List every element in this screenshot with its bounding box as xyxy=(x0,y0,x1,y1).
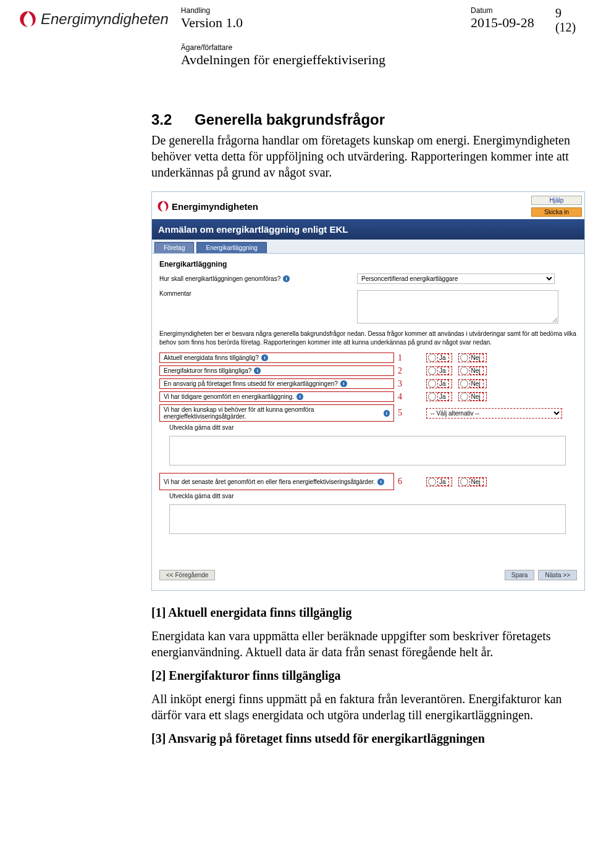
q1-num: 1 xyxy=(398,353,408,363)
q6-no[interactable]: Nej xyxy=(458,477,487,486)
q0-label: Hur skall energikartläggningen genomföra… xyxy=(159,275,280,282)
tab-energikartlaggning[interactable]: Energikartläggning xyxy=(196,242,266,253)
q3-no[interactable]: Nej xyxy=(458,379,487,388)
section-heading: Generella bakgrundsfrågor xyxy=(195,111,385,128)
comment-textarea[interactable] xyxy=(357,290,558,323)
q3-yes[interactable]: Ja xyxy=(426,379,452,388)
ss-tabs: Företag Energikartläggning xyxy=(152,240,584,254)
submit-button[interactable]: Skicka in xyxy=(531,207,582,217)
q3-num: 3 xyxy=(398,379,408,389)
e3-heading: [3] Ansvarig på företaget finns utsedd f… xyxy=(151,730,574,746)
q5-box: Vi har den kunskap vi behöver för att ku… xyxy=(159,404,394,422)
brand-name: Energimyndigheten xyxy=(41,10,169,28)
q0-select[interactable]: Personcertifierad energikartläggare xyxy=(357,273,555,284)
q5-label: Vi har den kunskap vi behöver för att ku… xyxy=(164,406,381,420)
info-icon[interactable]: i xyxy=(377,478,384,485)
owner-value: Avdelningen för energieffektivisering xyxy=(181,52,584,68)
q3-label: En ansvarig på företaget finns utsedd fö… xyxy=(164,380,338,387)
q1-yes[interactable]: Ja xyxy=(426,353,452,362)
ss-logo-icon xyxy=(157,200,169,212)
q5-select[interactable]: -- Välj alternativ -- xyxy=(426,408,562,419)
q2-num: 2 xyxy=(398,366,408,376)
info-text: Energimyndigheten ber er besvara några g… xyxy=(159,330,577,346)
q4-yes[interactable]: Ja xyxy=(426,392,452,401)
e2-text: All inköpt energi finns uppmätt på en fa… xyxy=(151,691,574,723)
ss-brand-text: Energimyndigheten xyxy=(172,201,258,212)
energimyndigheten-logo-icon xyxy=(19,10,37,28)
version-value: Version 1.0 xyxy=(181,15,471,31)
e1-text: Energidata kan vara uppmätta eller beräk… xyxy=(151,628,574,660)
date-value: 2015-09-28 xyxy=(471,15,555,31)
ss-section-heading: Energikartläggning xyxy=(159,260,577,269)
prev-button[interactable]: << Föregående xyxy=(159,570,215,580)
q2-yes[interactable]: Ja xyxy=(426,366,452,375)
e1-heading: [1] Aktuell energidata finns tillgänglig xyxy=(151,604,574,620)
q6-box: Vi har det senaste året genomfört en ell… xyxy=(159,473,394,490)
handling-label: Handling xyxy=(181,6,471,15)
q4-label: Vi har tidigare genomfört en energikartl… xyxy=(164,393,294,400)
datum-label: Datum xyxy=(471,6,555,15)
brand-logo: Energimyndigheten xyxy=(19,10,169,28)
q2-no[interactable]: Nej xyxy=(458,366,487,375)
form-screenshot: Energimyndigheten Hjälp Skicka in Anmäla… xyxy=(151,191,585,591)
q6-textarea[interactable] xyxy=(169,504,566,534)
owner-label: Ägare/författare xyxy=(181,43,584,52)
section-intro: De generella frågorna handlar om företag… xyxy=(151,132,574,180)
info-icon[interactable]: i xyxy=(296,393,303,400)
next-button[interactable]: Nästa >> xyxy=(538,570,577,580)
q3-box: En ansvarig på företaget finns utsedd fö… xyxy=(159,378,394,389)
q6-yes[interactable]: Ja xyxy=(426,477,452,486)
ss-title: Anmälan om energikartläggning enligt EKL xyxy=(152,219,584,240)
q6-label: Vi har det senaste året genomfört en ell… xyxy=(164,478,375,485)
q4-box: Vi har tidigare genomfört en energikartl… xyxy=(159,391,394,402)
q1-box: Aktuell energidata finns tillgänglig? i xyxy=(159,353,394,363)
page-header: Energimyndigheten Handling Version 1.0 D… xyxy=(19,6,574,68)
q2-box: Energifakturor finns tillgängliga? i xyxy=(159,365,394,376)
save-button[interactable]: Spara xyxy=(505,570,535,580)
q2-label: Energifakturor finns tillgängliga? xyxy=(164,367,251,374)
q6-num: 6 xyxy=(398,477,408,486)
section-number: 3.2 xyxy=(151,111,195,128)
info-icon[interactable]: i xyxy=(261,354,268,361)
q1-label: Aktuell energidata finns tillgänglig? xyxy=(164,354,259,361)
page-counter: 9 (12) xyxy=(555,6,584,35)
q5-sublabel: Utveckla gärna ditt svar xyxy=(169,424,577,431)
q4-no[interactable]: Nej xyxy=(458,392,487,401)
section-title: 3.2Generella bakgrundsfrågor xyxy=(151,111,574,128)
q1-no[interactable]: Nej xyxy=(458,353,487,362)
q4-num: 4 xyxy=(398,392,408,402)
q5-num: 5 xyxy=(398,408,408,418)
tab-foretag[interactable]: Företag xyxy=(154,242,194,253)
info-icon[interactable]: i xyxy=(254,367,261,374)
help-button[interactable]: Hjälp xyxy=(531,196,582,205)
q6-sublabel: Utveckla gärna ditt svar xyxy=(169,493,577,499)
e2-heading: [2] Energifakturor finns tillgängliga xyxy=(151,667,574,683)
q5-textarea[interactable] xyxy=(169,436,566,465)
comment-label: Kommentar xyxy=(159,290,357,297)
info-icon[interactable]: i xyxy=(283,275,290,282)
info-icon[interactable]: i xyxy=(340,380,347,387)
info-icon[interactable]: i xyxy=(384,410,390,417)
ss-brand: Energimyndigheten xyxy=(157,196,258,217)
